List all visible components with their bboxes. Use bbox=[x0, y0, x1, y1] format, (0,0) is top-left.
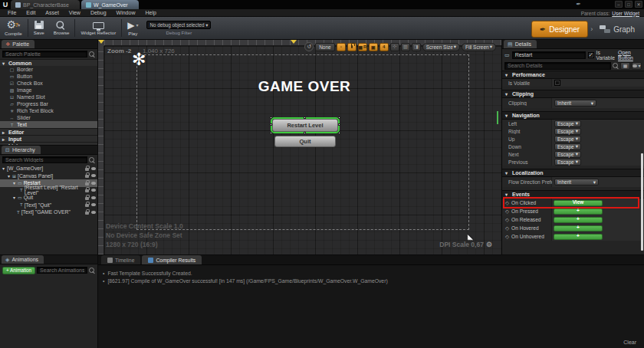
animations-search-input[interactable] bbox=[37, 267, 87, 274]
nav-up-dropdown[interactable]: Escape▾ bbox=[554, 136, 581, 143]
maximize-button[interactable]: □ bbox=[625, 1, 632, 8]
nav-right-dropdown[interactable]: Escape▾ bbox=[554, 128, 581, 135]
scale-mode-button[interactable]: ◨ bbox=[412, 43, 421, 51]
eye-icon[interactable] bbox=[91, 167, 96, 170]
selection-handle[interactable] bbox=[338, 132, 340, 134]
menu-asset[interactable]: Asset bbox=[41, 10, 64, 15]
on-released-add-button[interactable]: + bbox=[554, 217, 603, 223]
palette-item-button[interactable]: ▭Button bbox=[0, 73, 97, 80]
on-hovered-add-button[interactable]: + bbox=[554, 225, 603, 231]
is-volatile-checkbox[interactable] bbox=[554, 80, 560, 86]
designer-viewport[interactable]: Zoom -2 1,040 x 726 ✻ GAME OVER Restart … bbox=[98, 40, 501, 254]
asset-tab-bp-characterbase[interactable]: BP_CharacterBase bbox=[11, 0, 80, 9]
palette-item-checkbox[interactable]: ☑Check Box bbox=[0, 80, 97, 87]
lock-icon[interactable] bbox=[85, 197, 89, 200]
selection-handle[interactable] bbox=[338, 117, 340, 119]
quit-button-widget[interactable]: Quit bbox=[274, 136, 336, 147]
animations-tab[interactable]: ◈ Animations bbox=[2, 255, 44, 264]
palette-item-slider[interactable]: ↔Slider bbox=[0, 114, 97, 121]
menu-help[interactable]: Help bbox=[140, 10, 160, 15]
designer-mode-button[interactable]: ✒ Designer bbox=[531, 21, 588, 38]
hierarchy-row-gameover-text[interactable]: T [Text] "GAME OVER" bbox=[0, 208, 97, 216]
section-clipping[interactable]: ▾ Clipping bbox=[502, 90, 644, 98]
widget-name-input[interactable] bbox=[512, 51, 586, 59]
hierarchy-row-quit[interactable]: ▾ ▭ Quit bbox=[0, 194, 97, 202]
flow-direction-dropdown[interactable]: Inherit▾ bbox=[554, 179, 599, 185]
restart-button-widget[interactable]: Restart Level bbox=[272, 119, 338, 132]
palette-item-text[interactable]: TText bbox=[0, 121, 97, 128]
minimize-button[interactable]: – bbox=[615, 1, 623, 8]
graph-mode-button[interactable]: Graph bbox=[595, 21, 639, 38]
view-options-button[interactable]: ▾ bbox=[632, 62, 642, 70]
eye-icon[interactable] bbox=[91, 174, 96, 177]
parent-class-link[interactable]: User Widget bbox=[612, 11, 639, 16]
hierarchy-row-root[interactable]: ▾ [W_GameOver] bbox=[0, 165, 97, 172]
lock-icon[interactable] bbox=[85, 204, 89, 207]
lock-icon[interactable] bbox=[85, 175, 89, 178]
anchor-grid-toggle[interactable]: ▫ bbox=[337, 43, 346, 51]
hierarchy-row-canvas-panel[interactable]: ▾ ⊞ [Canvas Panel] bbox=[0, 172, 97, 180]
translate-mode-button[interactable]: ⊹ bbox=[390, 43, 399, 51]
lock-icon[interactable] bbox=[85, 168, 89, 171]
menu-window[interactable]: Window bbox=[112, 10, 140, 15]
section-localization[interactable]: ▾ Localization bbox=[502, 169, 644, 177]
hierarchy-tab[interactable]: ⊟ Hierarchy bbox=[2, 146, 41, 154]
asset-tab-w-gameover[interactable]: W_GameOver bbox=[81, 0, 139, 9]
palette-search-input[interactable] bbox=[2, 51, 87, 57]
on-unhovered-add-button[interactable]: + bbox=[554, 234, 603, 240]
eye-icon[interactable] bbox=[91, 196, 96, 199]
preview-mode-button[interactable]: ↺ bbox=[304, 42, 314, 51]
palette-group-input[interactable]: ▸Input bbox=[0, 135, 97, 142]
gear-icon[interactable]: ⚙ bbox=[486, 241, 492, 248]
menu-edit[interactable]: Edit bbox=[21, 10, 40, 15]
rotate-mode-button[interactable]: ▥ bbox=[401, 43, 410, 51]
lock-icon[interactable] bbox=[85, 189, 89, 192]
selection-handle[interactable] bbox=[304, 117, 306, 119]
play-dropdown-icon[interactable]: ▾ bbox=[136, 22, 138, 28]
is-variable-checkbox[interactable] bbox=[588, 52, 594, 58]
clear-log-button[interactable]: Clear bbox=[623, 340, 636, 345]
compile-button[interactable]: ⚙? ▾ Compile bbox=[0, 17, 27, 39]
palette-item-rich-text-block[interactable]: ✳Rich Text Block bbox=[0, 107, 97, 114]
details-search-input[interactable] bbox=[504, 62, 611, 70]
selection-handle[interactable] bbox=[270, 117, 272, 119]
selection-handle[interactable] bbox=[304, 132, 306, 134]
anchor-none-button[interactable]: None bbox=[315, 43, 335, 51]
selection-handle[interactable] bbox=[270, 123, 272, 126]
canvas-scrollbar-thumb[interactable] bbox=[497, 111, 498, 124]
palette-item-named-slot[interactable]: ⊡Named Slot bbox=[0, 94, 97, 100]
browse-button[interactable]: Browse bbox=[49, 17, 74, 39]
play-button[interactable]: ▶ ▾ Play bbox=[123, 17, 143, 39]
property-matrix-button[interactable]: ▦ bbox=[620, 62, 630, 70]
save-button[interactable]: Save bbox=[29, 17, 49, 39]
nav-down-dropdown[interactable]: Escape▾ bbox=[554, 143, 581, 150]
timeline-tab[interactable]: Timeline bbox=[101, 255, 140, 264]
clipping-dropdown[interactable]: Inherit▾ bbox=[554, 100, 596, 107]
hierarchy-row-quit-text[interactable]: T [Text] "Quit" bbox=[0, 202, 97, 209]
close-button[interactable]: ✕ bbox=[635, 1, 642, 8]
nav-previous-dropdown[interactable]: Escape▾ bbox=[554, 159, 581, 166]
fill-screen-dropdown[interactable]: Fill Screen▾ bbox=[462, 43, 496, 51]
hierarchy-row-restart-level[interactable]: T [Restart Level] "Restart Level" bbox=[0, 187, 97, 195]
palette-tab[interactable]: ❖ Palette bbox=[2, 40, 34, 48]
eye-icon[interactable] bbox=[91, 182, 96, 185]
selection-handle[interactable] bbox=[270, 132, 272, 134]
section-performance[interactable]: ▾ Performance bbox=[502, 71, 644, 79]
nav-next-dropdown[interactable]: Escape▾ bbox=[554, 151, 581, 158]
eye-icon[interactable] bbox=[91, 189, 96, 192]
restart-button-widget-selected[interactable]: Restart Level bbox=[272, 119, 338, 132]
snap-grid-toggle[interactable]: ▦R bbox=[358, 43, 367, 51]
lock-icon[interactable] bbox=[85, 212, 89, 215]
palette-group-common[interactable]: ▾ Common bbox=[0, 59, 97, 66]
on-clicked-view-button[interactable]: View bbox=[554, 200, 603, 206]
section-events[interactable]: ▾ Events bbox=[502, 190, 644, 199]
lock-toggle[interactable] bbox=[347, 43, 356, 51]
hierarchy-search-input[interactable] bbox=[2, 156, 87, 163]
open-button-link[interactable]: Open Button bbox=[618, 50, 642, 61]
gameover-text-widget[interactable]: GAME OVER bbox=[248, 78, 361, 95]
lock-icon[interactable] bbox=[85, 182, 89, 185]
menu-debug[interactable]: Debug bbox=[86, 10, 111, 15]
menu-file[interactable]: File bbox=[3, 10, 21, 15]
nav-left-dropdown[interactable]: Escape▾ bbox=[554, 120, 581, 127]
palette-item-image[interactable]: ▨Image bbox=[0, 87, 97, 94]
